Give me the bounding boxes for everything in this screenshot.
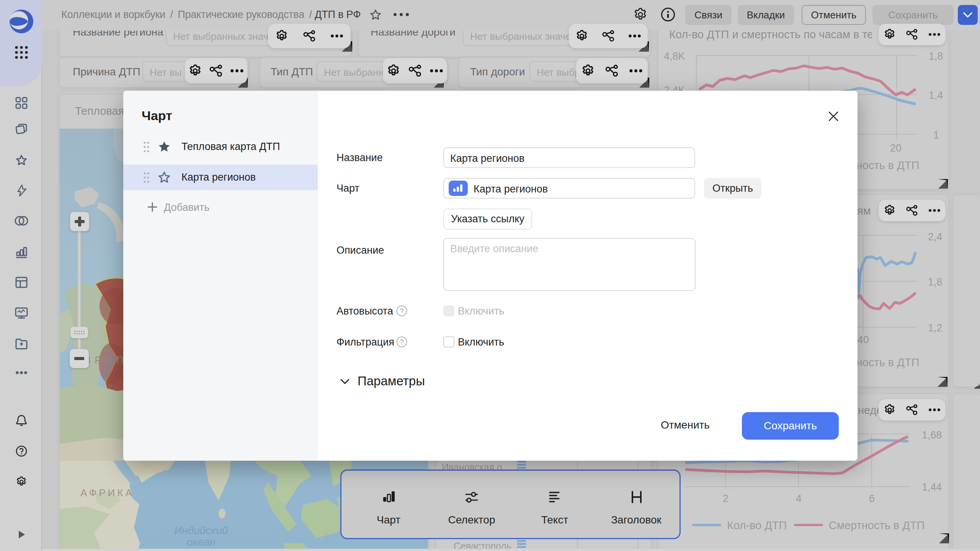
svg-text:?: ?	[400, 338, 403, 346]
svg-text:?: ?	[400, 307, 403, 315]
svg-text:океан: океан	[187, 536, 216, 548]
svg-text:АФРИКА: АФРИКА	[80, 487, 134, 499]
svg-text:Индийский: Индийский	[174, 525, 228, 536]
